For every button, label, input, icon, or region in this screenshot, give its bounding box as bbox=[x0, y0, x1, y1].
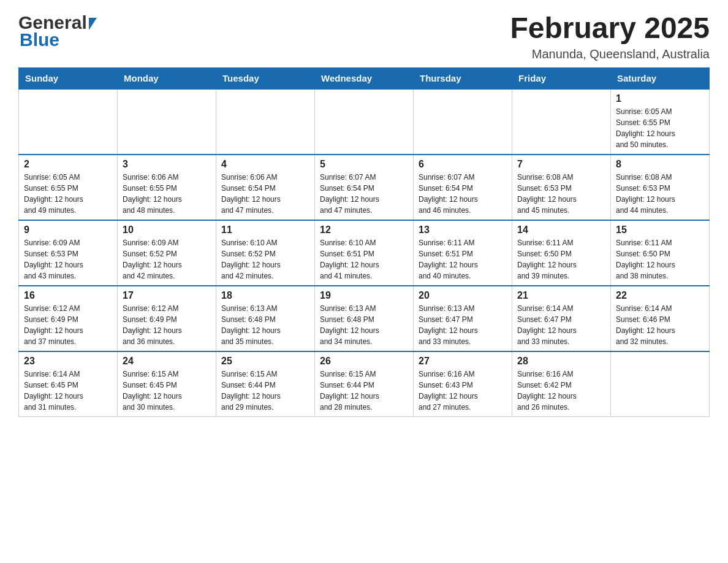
day-info: Sunrise: 6:13 AMSunset: 6:47 PMDaylight:… bbox=[419, 303, 507, 347]
calendar-cell: 5Sunrise: 6:07 AMSunset: 6:54 PMDaylight… bbox=[315, 155, 414, 220]
day-info: Sunrise: 6:15 AMSunset: 6:44 PMDaylight:… bbox=[320, 369, 408, 413]
day-info: Sunrise: 6:14 AMSunset: 6:46 PMDaylight:… bbox=[616, 303, 704, 347]
day-number: 23 bbox=[24, 356, 112, 367]
calendar-cell: 8Sunrise: 6:08 AMSunset: 6:53 PMDaylight… bbox=[611, 155, 710, 220]
calendar-cell: 1Sunrise: 6:05 AMSunset: 6:55 PMDaylight… bbox=[611, 89, 710, 155]
day-info: Sunrise: 6:06 AMSunset: 6:54 PMDaylight:… bbox=[221, 172, 309, 216]
calendar-cell: 27Sunrise: 6:16 AMSunset: 6:43 PMDayligh… bbox=[414, 351, 512, 417]
day-number: 7 bbox=[517, 159, 605, 170]
calendar-cell: 26Sunrise: 6:15 AMSunset: 6:44 PMDayligh… bbox=[315, 351, 414, 417]
day-info: Sunrise: 6:11 AMSunset: 6:50 PMDaylight:… bbox=[517, 237, 605, 282]
calendar-cell: 28Sunrise: 6:16 AMSunset: 6:42 PMDayligh… bbox=[512, 351, 611, 417]
calendar-cell: 22Sunrise: 6:14 AMSunset: 6:46 PMDayligh… bbox=[611, 286, 710, 351]
calendar-cell: 21Sunrise: 6:14 AMSunset: 6:47 PMDayligh… bbox=[512, 286, 611, 351]
header-monday: Monday bbox=[118, 67, 216, 89]
day-info: Sunrise: 6:08 AMSunset: 6:53 PMDaylight:… bbox=[616, 172, 704, 216]
day-number: 11 bbox=[221, 224, 309, 236]
logo-triangle-icon bbox=[89, 18, 97, 30]
day-number: 3 bbox=[123, 159, 211, 170]
day-number: 13 bbox=[419, 224, 507, 236]
calendar-cell: 11Sunrise: 6:10 AMSunset: 6:52 PMDayligh… bbox=[216, 220, 315, 286]
calendar-cell: 13Sunrise: 6:11 AMSunset: 6:51 PMDayligh… bbox=[414, 220, 512, 286]
day-number: 20 bbox=[419, 290, 507, 301]
day-number: 15 bbox=[616, 224, 704, 236]
day-number: 28 bbox=[517, 356, 605, 367]
header-sunday: Sunday bbox=[19, 67, 118, 89]
day-number: 24 bbox=[123, 356, 211, 367]
day-info: Sunrise: 6:13 AMSunset: 6:48 PMDaylight:… bbox=[221, 303, 309, 347]
location-subtitle: Manunda, Queensland, Australia bbox=[510, 47, 710, 61]
calendar-cell: 25Sunrise: 6:15 AMSunset: 6:44 PMDayligh… bbox=[216, 351, 315, 417]
day-number: 4 bbox=[221, 159, 309, 170]
header-tuesday: Tuesday bbox=[216, 67, 315, 89]
day-info: Sunrise: 6:10 AMSunset: 6:52 PMDaylight:… bbox=[221, 237, 309, 282]
day-number: 6 bbox=[419, 159, 507, 170]
calendar-cell: 16Sunrise: 6:12 AMSunset: 6:49 PMDayligh… bbox=[19, 286, 118, 351]
day-info: Sunrise: 6:12 AMSunset: 6:49 PMDaylight:… bbox=[24, 303, 112, 347]
calendar-cell: 24Sunrise: 6:15 AMSunset: 6:45 PMDayligh… bbox=[118, 351, 216, 417]
calendar-cell: 23Sunrise: 6:14 AMSunset: 6:45 PMDayligh… bbox=[19, 351, 118, 417]
day-number: 1 bbox=[616, 93, 704, 104]
day-info: Sunrise: 6:14 AMSunset: 6:45 PMDaylight:… bbox=[24, 369, 112, 413]
days-header-row: SundayMondayTuesdayWednesdayThursdayFrid… bbox=[19, 67, 710, 89]
day-info: Sunrise: 6:13 AMSunset: 6:48 PMDaylight:… bbox=[320, 303, 408, 347]
header-saturday: Saturday bbox=[611, 67, 710, 89]
calendar-cell: 6Sunrise: 6:07 AMSunset: 6:54 PMDaylight… bbox=[414, 155, 512, 220]
month-title: February 2025 bbox=[510, 12, 710, 45]
title-area: February 2025 Manunda, Queensland, Austr… bbox=[510, 12, 710, 61]
calendar-cell: 7Sunrise: 6:08 AMSunset: 6:53 PMDaylight… bbox=[512, 155, 611, 220]
day-number: 26 bbox=[320, 356, 408, 367]
day-number: 12 bbox=[320, 224, 408, 236]
day-number: 16 bbox=[24, 290, 112, 301]
week-row-4: 16Sunrise: 6:12 AMSunset: 6:49 PMDayligh… bbox=[19, 286, 710, 351]
week-row-3: 9Sunrise: 6:09 AMSunset: 6:53 PMDaylight… bbox=[19, 220, 710, 286]
day-info: Sunrise: 6:09 AMSunset: 6:52 PMDaylight:… bbox=[123, 237, 211, 282]
week-row-5: 23Sunrise: 6:14 AMSunset: 6:45 PMDayligh… bbox=[19, 351, 710, 417]
day-info: Sunrise: 6:06 AMSunset: 6:55 PMDaylight:… bbox=[123, 172, 211, 216]
calendar-cell bbox=[216, 89, 315, 155]
calendar-cell bbox=[414, 89, 512, 155]
calendar-cell: 20Sunrise: 6:13 AMSunset: 6:47 PMDayligh… bbox=[414, 286, 512, 351]
day-info: Sunrise: 6:16 AMSunset: 6:43 PMDaylight:… bbox=[419, 369, 507, 413]
calendar-cell: 19Sunrise: 6:13 AMSunset: 6:48 PMDayligh… bbox=[315, 286, 414, 351]
calendar-table: SundayMondayTuesdayWednesdayThursdayFrid… bbox=[18, 67, 710, 417]
day-number: 2 bbox=[24, 159, 112, 170]
header-thursday: Thursday bbox=[414, 67, 512, 89]
day-info: Sunrise: 6:15 AMSunset: 6:44 PMDaylight:… bbox=[221, 369, 309, 413]
day-number: 10 bbox=[123, 224, 211, 236]
day-info: Sunrise: 6:07 AMSunset: 6:54 PMDaylight:… bbox=[320, 172, 408, 216]
day-number: 19 bbox=[320, 290, 408, 301]
day-info: Sunrise: 6:16 AMSunset: 6:42 PMDaylight:… bbox=[517, 369, 605, 413]
logo: General Blue bbox=[18, 12, 97, 50]
day-number: 18 bbox=[221, 290, 309, 301]
day-info: Sunrise: 6:07 AMSunset: 6:54 PMDaylight:… bbox=[419, 172, 507, 216]
calendar-cell: 14Sunrise: 6:11 AMSunset: 6:50 PMDayligh… bbox=[512, 220, 611, 286]
calendar-cell: 17Sunrise: 6:12 AMSunset: 6:49 PMDayligh… bbox=[118, 286, 216, 351]
calendar-cell bbox=[611, 351, 710, 417]
day-number: 9 bbox=[24, 224, 112, 236]
week-row-1: 1Sunrise: 6:05 AMSunset: 6:55 PMDaylight… bbox=[19, 89, 710, 155]
calendar-cell bbox=[118, 89, 216, 155]
day-info: Sunrise: 6:12 AMSunset: 6:49 PMDaylight:… bbox=[123, 303, 211, 347]
week-row-2: 2Sunrise: 6:05 AMSunset: 6:55 PMDaylight… bbox=[19, 155, 710, 220]
calendar-cell: 3Sunrise: 6:06 AMSunset: 6:55 PMDaylight… bbox=[118, 155, 216, 220]
calendar-cell bbox=[315, 89, 414, 155]
day-number: 27 bbox=[419, 356, 507, 367]
calendar-cell: 12Sunrise: 6:10 AMSunset: 6:51 PMDayligh… bbox=[315, 220, 414, 286]
calendar-cell: 18Sunrise: 6:13 AMSunset: 6:48 PMDayligh… bbox=[216, 286, 315, 351]
day-number: 14 bbox=[517, 224, 605, 236]
calendar-cell bbox=[19, 89, 118, 155]
day-info: Sunrise: 6:14 AMSunset: 6:47 PMDaylight:… bbox=[517, 303, 605, 347]
header-wednesday: Wednesday bbox=[315, 67, 414, 89]
day-number: 8 bbox=[616, 159, 704, 170]
day-number: 17 bbox=[123, 290, 211, 301]
calendar-cell: 9Sunrise: 6:09 AMSunset: 6:53 PMDaylight… bbox=[19, 220, 118, 286]
calendar-cell: 2Sunrise: 6:05 AMSunset: 6:55 PMDaylight… bbox=[19, 155, 118, 220]
day-info: Sunrise: 6:08 AMSunset: 6:53 PMDaylight:… bbox=[517, 172, 605, 216]
logo-blue-text: Blue bbox=[20, 29, 59, 50]
page-header: General Blue February 2025 Manunda, Quee… bbox=[18, 12, 710, 61]
calendar-cell bbox=[512, 89, 611, 155]
day-info: Sunrise: 6:05 AMSunset: 6:55 PMDaylight:… bbox=[24, 172, 112, 216]
calendar-cell: 4Sunrise: 6:06 AMSunset: 6:54 PMDaylight… bbox=[216, 155, 315, 220]
day-number: 25 bbox=[221, 356, 309, 367]
